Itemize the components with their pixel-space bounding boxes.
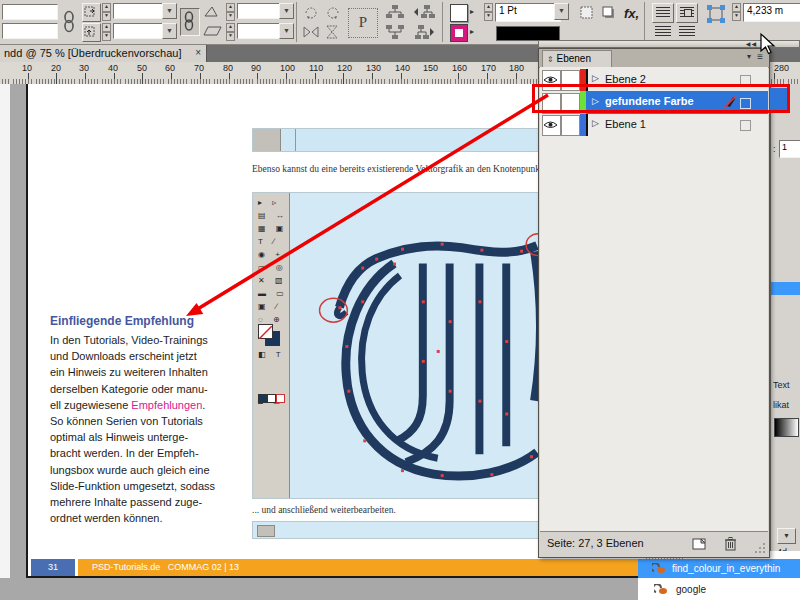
tab-ebenen[interactable]: ⇕ Ebenen (542, 50, 612, 67)
stroke-weight-dropdown[interactable]: ▼ (554, 3, 569, 20)
scroll-down-icon: ▼ (783, 532, 790, 539)
layer-row[interactable]: ▷ Ebene 1 (540, 114, 768, 136)
stroke-swatch[interactable] (450, 24, 468, 42)
doc-body: In den Tutorials, Video-Trainings und Do… (50, 332, 250, 526)
link-scale-button[interactable] (180, 8, 200, 36)
scale-y-field[interactable] (113, 23, 164, 39)
embedded-titlebar-chunk (253, 129, 281, 151)
move-right-icon[interactable] (82, 3, 101, 22)
document-tab[interactable]: ndd @ 75 % [Überdruckenvorschau] × (0, 45, 207, 62)
dock-field[interactable]: 1 (779, 140, 800, 158)
flip-horizontal-icon[interactable] (302, 24, 320, 40)
dock-field-value: 1 (782, 142, 787, 152)
reference-point-proxy[interactable]: P (348, 8, 378, 38)
text-wrap-around-button[interactable] (676, 3, 698, 23)
embedded-fill-swatch (258, 324, 273, 339)
rotate-angle-dropdown[interactable]: ▼ (279, 3, 294, 19)
x-position-field[interactable] (2, 4, 58, 20)
constrain-proportions-icon[interactable] (62, 10, 76, 34)
tool-row: ◉ + (253, 248, 289, 261)
embedded-guide-line (295, 129, 296, 151)
move-up-icon[interactable] (82, 23, 101, 42)
scale-y-dropdown[interactable]: ▼ (162, 23, 177, 39)
panel-resize-grip[interactable] (754, 542, 766, 554)
ruler-number: 30 (79, 63, 89, 73)
eye-icon (543, 116, 558, 133)
shear-icon[interactable] (203, 4, 221, 18)
layer-name[interactable]: Ebene 1 (605, 118, 646, 130)
dock-selected-row-sliver (771, 282, 800, 295)
frame-value: 4,233 m (747, 5, 783, 16)
dock-gradient-swatch[interactable] (774, 418, 799, 437)
text-wrap-option-icon[interactable] (655, 26, 671, 38)
tool-row: ▬ ▭ (253, 287, 289, 300)
stroke-weight-field[interactable]: 1 Pt (495, 3, 561, 22)
shear-angle-field[interactable] (237, 23, 281, 39)
stroke-swatch-inner (455, 29, 463, 37)
scale-y-stepper[interactable]: ▲▼ (102, 23, 111, 41)
layer-expander-icon[interactable]: ▷ (592, 73, 599, 83)
panel-tab-strip: ⇕ Ebenen ▾ ≡ (539, 49, 769, 68)
flip-vertical-icon[interactable] (324, 24, 342, 40)
ruler-number: 120 (337, 63, 352, 73)
rotate-angle-field[interactable] (237, 3, 281, 19)
scale-x-dropdown[interactable]: ▼ (162, 3, 177, 19)
bookmark-icon (652, 563, 666, 574)
shear-stepper[interactable]: ▲▼ (226, 23, 235, 41)
ruler-number-far: 280 (774, 63, 789, 73)
ruler-number: 110 (309, 63, 323, 73)
lock-toggle[interactable] (561, 115, 580, 136)
scale-x-stepper[interactable]: ▲▼ (102, 3, 111, 21)
mouse-cursor (758, 32, 776, 56)
dock-scroll-down[interactable]: ▼ (777, 528, 796, 544)
drop-shadow-icon[interactable] (600, 4, 618, 22)
collapse-arrows-icon[interactable]: ◀◀ (746, 40, 757, 47)
text-wrap-off-button[interactable] (652, 3, 674, 23)
scale-x-field[interactable] (113, 3, 164, 19)
bookmark-row-selected[interactable]: find_colour_in_everythin (638, 559, 800, 578)
layer-expander-icon[interactable]: ▷ (592, 118, 599, 128)
flow-left-icon[interactable] (412, 3, 436, 21)
tab-close-icon[interactable]: × (195, 47, 201, 58)
panel-menu-arrow-icon[interactable]: ▾ (747, 52, 751, 61)
new-layer-icon[interactable] (692, 537, 707, 550)
y-position-field[interactable] (2, 23, 58, 39)
trash-icon[interactable] (724, 536, 737, 551)
panel-status-text: Seite: 27, 3 Ebenen (547, 537, 644, 549)
bookmark-row[interactable]: google (638, 580, 800, 599)
stroke-flyout-icon[interactable]: ▸ (470, 27, 474, 36)
panel-toggle-icon: ⇕ (547, 55, 554, 64)
embedded-screenshot-bottom (252, 521, 542, 539)
visibility-toggle[interactable] (542, 115, 561, 136)
embedded-tool-palette: ▸ ▹ ▤ ↔ ▦ ▣ T ∕ ◉ + ▭ ◎ ✕ ▧ ▬ ▭ ▣ ∕ ◌ ⊕ … (253, 193, 290, 498)
tool-row: ▸ ▹ (253, 193, 289, 209)
rotate-stepper[interactable]: ▲▼ (226, 3, 235, 21)
frame-value-stepper[interactable]: ▲▼ (732, 3, 741, 21)
bookmark-label: google (676, 580, 706, 599)
flow-down-icon[interactable] (384, 3, 406, 21)
shear-angle-dropdown[interactable]: ▼ (279, 23, 294, 39)
fill-flyout-icon[interactable]: ▸ (470, 7, 474, 16)
effects-button[interactable]: fx, (624, 6, 639, 21)
flow-up-icon[interactable] (384, 23, 406, 41)
corner-options-icon[interactable] (578, 4, 596, 22)
panel-tab-label: Ebenen (556, 53, 590, 64)
stroke-weight-stepper[interactable]: ▲▼ (484, 3, 493, 21)
embedded-icon-chunk (257, 525, 275, 537)
fx-label: fx, (624, 6, 639, 21)
fill-swatch[interactable] (450, 4, 468, 22)
frame-fitting-icon[interactable] (706, 4, 726, 24)
rotate-cw-icon[interactable] (302, 4, 320, 20)
rotate-ccw-icon[interactable] (324, 4, 342, 20)
skew-icon[interactable] (203, 24, 223, 38)
stroke-type-swatch[interactable] (496, 26, 560, 41)
page-footer-bar: PSD-Tutorials.de COMMAG 02 | 13 (78, 559, 640, 576)
frame-value-field[interactable]: 4,233 m (743, 3, 800, 22)
layer-color-bar (580, 114, 588, 136)
dock-field-prefix: : (773, 144, 776, 154)
toolbar-divider (644, 2, 645, 42)
text-wrap-option-icon[interactable] (679, 26, 695, 38)
layer-target-square[interactable] (740, 120, 751, 131)
embedded-screenshot-main: ▸ ▹ ▤ ↔ ▦ ▣ T ∕ ◉ + ▭ ◎ ✕ ▧ ▬ ▭ ▣ ∕ ◌ ⊕ … (252, 192, 542, 499)
flow-right-icon[interactable] (412, 23, 436, 41)
